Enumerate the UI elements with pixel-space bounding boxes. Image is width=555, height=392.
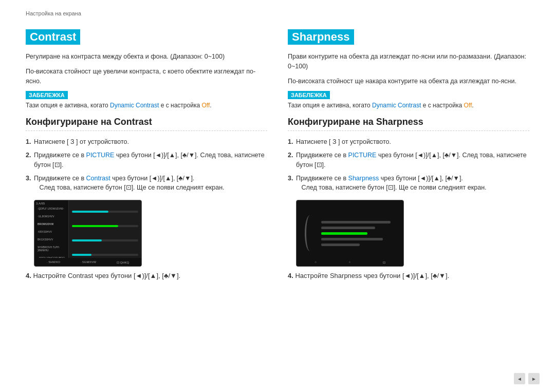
contrast-screen: 3.A/65 ∙QDPLF LROWUDVW∙∙ ∙ULJKWGHVV BROW…	[34, 200, 142, 267]
footer-navigation: ◄ ►	[514, 373, 540, 384]
contrast-note-text: Тази опция е активна, когато Dynamic Con…	[26, 102, 267, 109]
sharpness-title: Sharpness	[288, 29, 354, 45]
sharpness-step-3: 3. Придвижете се в Sharpness чрез бутони…	[288, 174, 529, 193]
prev-button[interactable]: ◄	[514, 373, 525, 384]
contrast-desc2: По-високата стойност ще увеличи контраст…	[26, 67, 267, 86]
sharpness-desc2: По-високата стойност ще накара контурите…	[288, 77, 529, 86]
contrast-note-label: ЗАБЕЛЕЖКА	[26, 91, 68, 99]
contrast-section: Contrast Регулиране на контраста между о…	[26, 29, 267, 287]
sharpness-step-1: 1. Натиснете [ З ] от устройството.	[288, 137, 529, 147]
sharpness-section: Sharpness Прави контурите на обекта да и…	[288, 29, 529, 287]
contrast-step-1: 1. Натиснете [ З ] от устройството.	[26, 137, 267, 147]
contrast-desc1: Регулиране на контраста между обекта и ф…	[26, 52, 267, 62]
contrast-step4: 4. Настройте Contrast чрез бутони [◄)]/[…	[26, 272, 267, 279]
sharpness-note-label: ЗАБЕЛЕЖКА	[288, 91, 330, 99]
breadcrumb: Настройка на екрана	[26, 10, 529, 16]
sharpness-step-2: 2. Придвижете се в PICTURE чрез бутони […	[288, 151, 529, 170]
sharpness-screen: ○ ○ ⊡	[296, 200, 404, 267]
contrast-steps: 1. Натиснете [ З ] от устройството. 2. П…	[26, 137, 267, 193]
sharpness-desc1: Прави контурите на обекта да изглеждат п…	[288, 52, 529, 71]
contrast-title: Contrast	[26, 29, 80, 45]
contrast-step-2: 2. Придвижете се в PICTURE чрез бутони […	[26, 151, 267, 170]
sharpness-steps: 1. Натиснете [ З ] от устройството. 2. П…	[288, 137, 529, 193]
sharpness-note-text: Тази опция е активна, когато Dynamic Con…	[288, 102, 529, 109]
sharpness-step4: 4. Настройте Sharpness чрез бутони [◄)]/…	[288, 272, 529, 279]
next-button[interactable]: ►	[528, 373, 540, 384]
contrast-subheading: Конфигуриране на Contrast	[26, 117, 267, 131]
sharpness-subheading: Конфигуриране на Sharpness	[288, 117, 529, 131]
contrast-step-3: 3. Придвижете се в Contrast чрез бутони …	[26, 174, 267, 193]
